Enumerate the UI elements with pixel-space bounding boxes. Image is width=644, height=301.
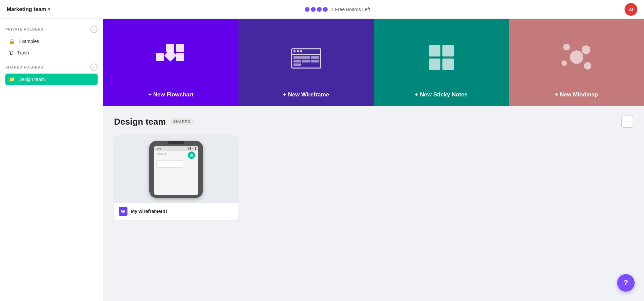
wf-dot-3 [300, 50, 302, 52]
private-folders-label: Private Folders [5, 27, 44, 31]
new-mindmap-card[interactable]: + New Mindmap [509, 19, 644, 106]
mm-node-3 [561, 60, 567, 66]
board-card[interactable]: 3:03 ▐▐ ≋ ▐ Phone X ⊞ [114, 136, 238, 220]
fc-sq-2 [176, 44, 184, 52]
phone-notch [168, 141, 184, 144]
sn-note-2 [442, 45, 454, 56]
mm-node-4 [584, 62, 591, 70]
lock-icon: 🔒 [9, 38, 15, 44]
dot-3 [317, 7, 322, 12]
board-footer: W My wireframe!!!! [114, 203, 238, 220]
team-name: Marketing team [7, 6, 46, 12]
avatar[interactable]: JJ [625, 3, 637, 16]
mindmap-icon-area [560, 44, 593, 71]
mindmap-label: + New Mindmap [555, 91, 598, 98]
phone-time: 3:03 [156, 147, 161, 150]
phone-screen: 3:03 ▐▐ ≋ ▐ Phone X ⊞ [154, 146, 198, 195]
phone-signal: ▐▐ ≋ ▐ [187, 147, 196, 150]
board-type-icon: W [119, 207, 127, 216]
mm-center [570, 50, 583, 64]
wf-cell-4 [302, 60, 310, 62]
boards-grid: 3:03 ▐▐ ≋ ▐ Phone X ⊞ [114, 136, 633, 220]
wireframe-icon-area [291, 48, 321, 69]
main-layout: Private Folders + 🔒 Examples 🗑 Trash Sha… [0, 19, 644, 301]
wireframe-icon [291, 48, 321, 69]
phone-name-label: Phone X [157, 153, 166, 155]
sidebar-item-design-team[interactable]: 📁 Design team [5, 74, 98, 85]
sidebar-item-label: Examples [18, 39, 39, 44]
content-area: Design team SHARED ··· 3:03 [103, 106, 644, 301]
main-content: + New Flowchart [103, 19, 644, 301]
user-menu[interactable]: JJ [625, 3, 637, 16]
wf-dot-1 [293, 50, 296, 52]
free-boards-text: 4 Free Boards Left [331, 7, 370, 12]
sidebar-item-label: Trash [17, 50, 29, 55]
new-wireframe-card[interactable]: + New Wireframe [238, 19, 374, 106]
wf-bottom [292, 55, 320, 68]
sticky-label: + New Sticky Notes [415, 91, 467, 98]
board-preview: 3:03 ▐▐ ≋ ▐ Phone X ⊞ [114, 136, 238, 203]
new-flowchart-card[interactable]: + New Flowchart [103, 19, 238, 106]
wf-cell-3 [293, 60, 301, 62]
phone-mockup: 3:03 ▐▐ ≋ ▐ Phone X ⊞ [149, 141, 203, 198]
add-private-folder-button[interactable]: + [90, 26, 98, 33]
sticky-icon [429, 45, 454, 70]
free-boards-indicator: 4 Free Boards Left [305, 7, 370, 12]
sidebar-item-trash[interactable]: 🗑 Trash [5, 47, 98, 58]
phone-search-box [156, 160, 183, 168]
mm-node-1 [563, 44, 570, 50]
mindmap-icon [560, 44, 593, 71]
sidebar-item-examples[interactable]: 🔒 Examples [5, 36, 98, 47]
shared-folders-label: Shared Folders [5, 65, 43, 69]
folder-header: Design team SHARED ··· [114, 116, 633, 128]
folder-title: Design team [114, 117, 166, 127]
phone-status-bar: 3:03 ▐▐ ≋ ▐ [154, 146, 198, 151]
dot-4 [323, 7, 328, 12]
shared-folders-header: Shared Folders + [5, 63, 98, 71]
team-selector[interactable]: Marketing team ▾ [7, 6, 50, 12]
mm-node-2 [582, 45, 590, 54]
sidebar-item-label: Design team [18, 77, 45, 82]
flowchart-icon-area [156, 44, 186, 71]
private-folders-header: Private Folders + [5, 26, 98, 33]
dropdown-chevron: ▾ [48, 7, 50, 12]
topnav: Marketing team ▾ 4 Free Boards Left JJ [0, 0, 644, 19]
trash-icon: 🗑 [9, 50, 14, 55]
board-name: My wireframe!!!! [131, 209, 167, 214]
dot-1 [305, 7, 310, 12]
shared-folders-section: Shared Folders + 📁 Design team [0, 63, 103, 85]
wf-cell-6 [293, 63, 301, 66]
boards-dots [305, 7, 328, 12]
template-row: + New Flowchart [103, 19, 644, 106]
wf-dot-2 [297, 50, 299, 52]
folder-more-button[interactable]: ··· [621, 116, 633, 128]
sn-note-1 [429, 45, 440, 56]
add-shared-folder-button[interactable]: + [90, 63, 98, 71]
fc-sq-3 [156, 53, 164, 61]
phone-content: Phone X ⊞ [154, 151, 198, 169]
wf-cell-5 [311, 60, 319, 62]
private-folders-section: Private Folders + 🔒 Examples 🗑 Trash [0, 26, 103, 58]
shared-badge: SHARED [170, 118, 194, 125]
phone-fab: ⊞ [188, 152, 195, 159]
folder-title-row: Design team SHARED [114, 117, 194, 127]
wireframe-label: + New Wireframe [283, 91, 329, 98]
flowchart-label: + New Flowchart [148, 91, 194, 98]
help-button[interactable]: ? [617, 274, 635, 292]
sn-note-4 [442, 58, 454, 70]
folder-icon: 📁 [9, 76, 15, 82]
sidebar: Private Folders + 🔒 Examples 🗑 Trash Sha… [0, 19, 103, 301]
wf-cell-1 [293, 56, 310, 59]
wf-cell-2 [311, 56, 319, 59]
wf-top [292, 49, 320, 55]
dot-2 [311, 7, 316, 12]
fc-sq-4 [176, 53, 184, 61]
flowchart-icon [156, 44, 186, 71]
sn-note-3 [429, 58, 440, 70]
sticky-icon-area [429, 45, 454, 70]
new-sticky-notes-card[interactable]: + New Sticky Notes [374, 19, 509, 106]
